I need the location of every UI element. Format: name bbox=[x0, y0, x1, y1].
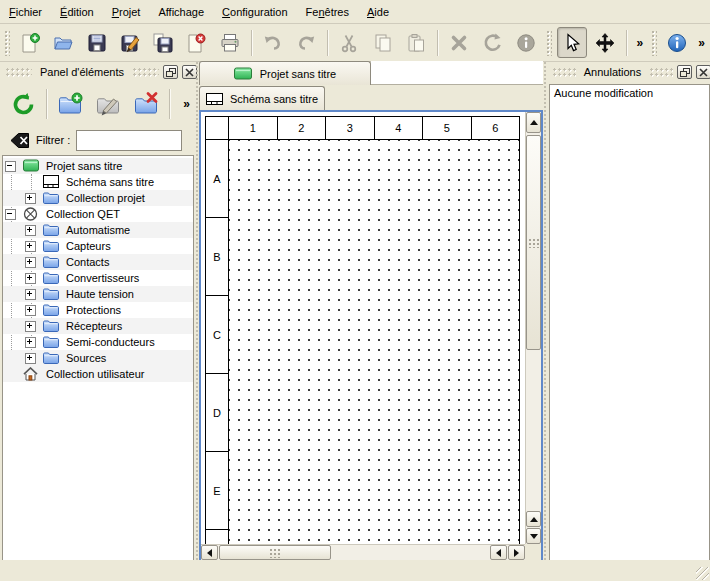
tree-item[interactable]: Protections bbox=[3, 302, 193, 318]
expander-icon[interactable] bbox=[25, 289, 36, 300]
tab-project[interactable]: Projet sans titre bbox=[199, 61, 371, 85]
expander-icon[interactable] bbox=[25, 225, 36, 236]
menu-item[interactable]: Fenêtres bbox=[297, 0, 358, 23]
tree-item-label: Sources bbox=[66, 352, 106, 364]
menu-item-label: onfiguration bbox=[230, 6, 288, 18]
cursor-arrow-icon bbox=[561, 32, 583, 54]
tree-item[interactable]: Capteurs bbox=[3, 238, 193, 254]
arrow-up-icon bbox=[530, 120, 538, 125]
save-button[interactable] bbox=[81, 27, 111, 58]
expander-icon[interactable] bbox=[5, 161, 16, 172]
expander-icon[interactable] bbox=[25, 241, 36, 252]
new-category-button[interactable] bbox=[53, 87, 87, 122]
tree-item-icon bbox=[23, 159, 40, 173]
dock-grip[interactable] bbox=[132, 67, 159, 78]
undo-history-list[interactable]: Aucune modification bbox=[549, 84, 710, 562]
horizontal-scroll-thumb[interactable] bbox=[219, 545, 331, 560]
tree-item[interactable]: Collection utilisateur bbox=[3, 366, 193, 382]
menu-item[interactable]: Édition bbox=[51, 0, 103, 23]
diagram-canvas[interactable]: 123456 ABCDE bbox=[201, 112, 525, 544]
print-button[interactable] bbox=[215, 27, 245, 58]
resize-grip[interactable] bbox=[696, 567, 709, 580]
scroll-down-button[interactable] bbox=[526, 528, 541, 544]
tree-item[interactable]: Semi-conducteurs bbox=[3, 334, 193, 350]
about-qet-button[interactable] bbox=[662, 27, 692, 58]
tree-item[interactable]: Automatisme bbox=[3, 222, 193, 238]
toolbar-grip[interactable] bbox=[546, 30, 552, 56]
expander-icon[interactable] bbox=[25, 321, 36, 332]
dock-grip[interactable] bbox=[552, 67, 576, 78]
right-splitter-handle[interactable] bbox=[543, 61, 547, 560]
save-all-button[interactable] bbox=[148, 27, 178, 58]
toolbar-grip[interactable] bbox=[651, 30, 657, 56]
close-project-button[interactable] bbox=[181, 27, 211, 58]
dock-grip[interactable] bbox=[649, 67, 673, 78]
tree-item[interactable]: Haute tension bbox=[3, 286, 193, 302]
scroll-up-button-2[interactable] bbox=[526, 511, 541, 527]
column-header: 5 bbox=[423, 117, 472, 139]
dock-grip[interactable] bbox=[5, 67, 32, 78]
dock-float-button[interactable] bbox=[163, 65, 178, 79]
expander-icon[interactable] bbox=[25, 193, 36, 204]
expander-icon[interactable] bbox=[5, 209, 16, 220]
delete-category-button[interactable] bbox=[129, 87, 163, 122]
tree-item[interactable]: Sources bbox=[3, 350, 193, 366]
dock-close-button[interactable] bbox=[696, 65, 710, 79]
tree-item[interactable]: Projet sans titre bbox=[3, 158, 193, 174]
vertical-scroll-thumb[interactable] bbox=[526, 135, 541, 350]
expander-icon[interactable] bbox=[25, 337, 36, 348]
tree-item[interactable]: Contacts bbox=[3, 254, 193, 270]
save-as-button[interactable] bbox=[115, 27, 145, 58]
right-dock-titlebar[interactable]: Annulations bbox=[549, 62, 710, 82]
close-document-icon bbox=[185, 32, 207, 54]
move-cross-icon bbox=[594, 32, 616, 54]
menu-item[interactable]: Configuration bbox=[213, 0, 296, 23]
reload-collections-button[interactable] bbox=[6, 87, 40, 122]
scroll-left-button-2[interactable] bbox=[490, 545, 507, 560]
new-project-button[interactable] bbox=[15, 27, 45, 58]
expander-icon[interactable] bbox=[25, 273, 36, 284]
menu-item[interactable]: Projet bbox=[103, 0, 150, 23]
menu-item[interactable]: Affichage bbox=[149, 0, 213, 23]
tree-item[interactable]: Collection QET bbox=[3, 206, 193, 222]
dock-float-button[interactable] bbox=[677, 65, 692, 79]
menu-item-mnemonic: F bbox=[9, 6, 16, 18]
left-dock-titlebar[interactable]: Panel d'éléments bbox=[2, 62, 200, 82]
toolbar-grip[interactable] bbox=[4, 30, 10, 56]
tree-item[interactable]: Collection projet bbox=[3, 190, 193, 206]
arrow-left-icon bbox=[496, 549, 501, 557]
scroll-up-button[interactable] bbox=[526, 112, 541, 133]
undo-list-item[interactable]: Aucune modification bbox=[550, 85, 709, 101]
tab-schema[interactable]: Schéma sans titre bbox=[199, 86, 325, 111]
tree-item[interactable]: Schéma sans titre bbox=[3, 174, 193, 190]
vertical-scrollbar[interactable] bbox=[525, 112, 541, 544]
tree-item-label: Collection QET bbox=[46, 208, 120, 220]
menu-item-mnemonic: P bbox=[112, 6, 119, 18]
column-header: 6 bbox=[472, 117, 520, 139]
pan-mode-button[interactable] bbox=[590, 27, 620, 58]
expander-icon[interactable] bbox=[25, 305, 36, 316]
scroll-right-button[interactable] bbox=[508, 545, 525, 560]
info-gray-icon bbox=[515, 32, 537, 54]
menu-item[interactable]: Fichier bbox=[0, 0, 51, 23]
menu-item-mnemonic: É bbox=[60, 6, 67, 18]
toolbar-overflow-button[interactable]: » bbox=[633, 36, 646, 50]
expander-icon[interactable] bbox=[25, 353, 36, 364]
expander-icon[interactable] bbox=[25, 257, 36, 268]
menu-item[interactable]: Aide bbox=[358, 0, 398, 23]
copy-icon bbox=[372, 32, 394, 54]
filter-input[interactable] bbox=[76, 130, 182, 151]
selection-mode-button[interactable] bbox=[557, 27, 587, 58]
schema-tabbar: Schéma sans titre bbox=[199, 84, 543, 111]
diagram-view[interactable]: 123456 ABCDE bbox=[199, 110, 543, 562]
column-header: 2 bbox=[278, 117, 327, 139]
toolbar-overflow-button[interactable]: » bbox=[695, 36, 708, 50]
tree-item[interactable]: Récepteurs bbox=[3, 318, 193, 334]
scroll-left-button[interactable] bbox=[201, 545, 218, 560]
clear-filter-icon[interactable] bbox=[9, 132, 30, 149]
row-header-partial bbox=[206, 530, 228, 544]
open-project-button[interactable] bbox=[48, 27, 78, 58]
project-tabbar: Projet sans titre bbox=[199, 61, 543, 85]
horizontal-scrollbar[interactable] bbox=[201, 544, 525, 560]
tree-item[interactable]: Convertisseurs bbox=[3, 270, 193, 286]
